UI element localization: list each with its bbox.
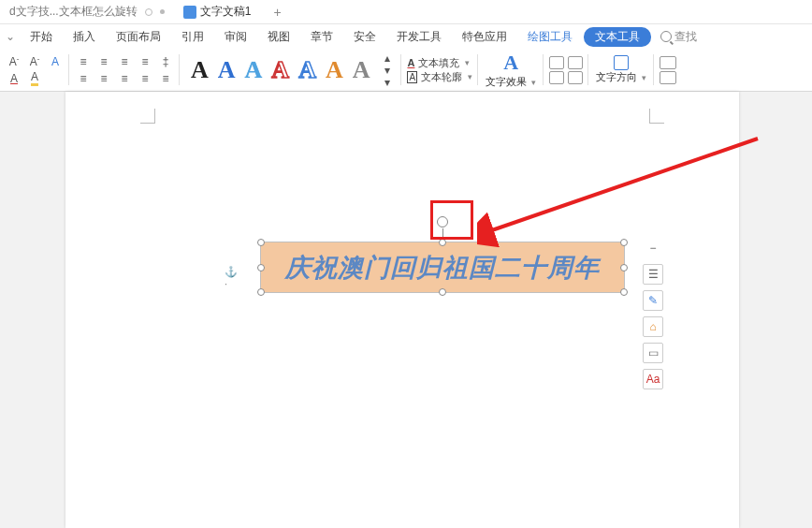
doc-tab-1[interactable]: d文字技...文本框怎么旋转 [0,0,174,23]
svg-line-0 [486,139,758,232]
font-size-group: Aˆ Aˇ A A A [0,49,69,91]
columns-button[interactable] [660,71,676,84]
wordart-preset-6[interactable]: A [326,56,343,84]
align-distrib-button[interactable]: ≡ [157,70,174,87]
fill-button[interactable]: ⌂ [643,316,663,337]
wps-doc-icon [183,6,196,19]
bullet-list-button[interactable]: ≡ [75,53,92,70]
text-effect-icon: A [503,51,518,75]
search-placeholder: 查找 [674,29,697,45]
text-direction-button[interactable]: 文字方向 ▾ [596,55,646,84]
indent-dec-button[interactable]: ≡ [116,53,133,70]
resize-handle-bm[interactable] [439,288,446,296]
wordart-preset-5[interactable]: A [298,56,316,84]
wrap-button[interactable] [568,71,583,84]
wordart-more[interactable]: ▾ [379,77,396,88]
menu-review[interactable]: 审阅 [215,26,256,48]
wordart-preset-4[interactable]: A [271,56,289,84]
align-right-button[interactable]: ≡ [116,70,133,87]
wordart-preset-7[interactable]: A [353,56,370,84]
anchor-icon: ⚓ · [225,266,238,279]
expand-menu-icon[interactable]: ⌄ [2,30,19,43]
align-top-button[interactable] [549,56,564,69]
indent-inc-button[interactable]: ≡ [137,53,153,70]
resize-handle-tm[interactable] [439,239,446,246]
align-middle-button[interactable] [549,71,564,84]
ribbon-toolbar: Aˆ Aˇ A A A ≡ ≡ ≡ ≡ ‡ ≡ ≡ ≡ ≡ ≡ A A A [0,49,812,92]
text-direction-label: 文字方向 ▾ [596,70,646,84]
edit-button[interactable]: ✎ [643,290,663,311]
text-fill-group: A 文本填充 ▾ A 文本轮廓 ▾ [401,49,478,91]
menu-special[interactable]: 特色应用 [453,26,516,48]
menu-start[interactable]: 开始 [21,26,62,48]
annotation-arrow [477,129,776,251]
tab-close-icon[interactable] [145,8,152,16]
tab-pin-icon [160,9,165,14]
search-box[interactable]: 查找 [660,29,697,45]
menu-view[interactable]: 视图 [258,26,299,48]
link-button[interactable] [660,56,676,69]
menu-layout[interactable]: 页面布局 [107,26,170,48]
menu-reference[interactable]: 引用 [172,26,213,48]
menu-text-tool[interactable]: 文本工具 [584,27,651,47]
text-outline-label: 文本轮廓 [421,70,462,84]
annotation-highlight-box [430,200,473,240]
resize-handle-tl[interactable] [257,239,265,246]
menu-draw-tool[interactable]: 绘图工具 [518,26,582,48]
resize-handle-bl[interactable] [257,288,265,296]
align-left-button[interactable]: ≡ [75,70,92,87]
align-center-button[interactable]: ≡ [95,70,112,87]
menu-bar: ⌄ 开始 插入 页面布局 引用 审阅 视图 章节 安全 开发工具 特色应用 绘图… [0,24,812,49]
text-fill-label: 文本填充 [418,56,459,70]
search-icon [660,31,672,42]
page-margin-corner-tl [140,109,155,124]
doc-tab-2-label: 文字文稿1 [200,4,252,20]
shape-button[interactable]: ▭ [643,343,663,363]
chevron-down-icon: ▾ [468,72,472,81]
menu-section[interactable]: 章节 [301,26,342,48]
resize-handle-br[interactable] [620,288,628,296]
page-margin-corner-tr [649,109,664,124]
wordart-scroll-up[interactable]: ▴ [379,52,396,64]
menu-insert[interactable]: 插入 [64,26,105,48]
font-decrease-button[interactable]: Aˇ [26,53,43,70]
text-direction-icon [614,55,629,70]
resize-handle-mr[interactable] [620,264,628,271]
document-tabs: d文字技...文本框怎么旋转 文字文稿1 + [0,0,812,24]
textbox-text[interactable]: 庆祝澳门回归祖国二十周年 [285,251,600,285]
text-fill-button[interactable]: A 文本填充 ▾ [407,56,472,70]
wordart-preset-2[interactable]: A [218,56,236,84]
wordart-style-group: A A A A A A A ▴ ▾ ▾ [180,49,401,91]
highlight-button[interactable]: A [26,70,43,87]
align-justify-button[interactable]: ≡ [137,70,153,87]
wordart-scroll-down[interactable]: ▾ [379,65,396,76]
line-spacing-button[interactable]: ‡ [157,53,174,70]
wordart-preset-3[interactable]: A [245,56,263,84]
text-effect-button[interactable]: A 文字效果 ▾ [486,51,536,89]
chevron-down-icon: ▾ [465,58,470,67]
resize-handle-ml[interactable] [257,264,265,271]
font-increase-button[interactable]: Aˆ [6,53,22,70]
wordart-preset-1[interactable]: A [191,56,209,84]
font-color-button[interactable]: A [6,70,22,87]
document-canvas[interactable]: ⚓ · 庆祝澳门回归祖国二十周年 − ☰ ✎ ⌂ ▭ Aa [0,92,812,528]
margin-button[interactable] [568,56,583,69]
doc-tab-1-label: d文字技...文本框怎么旋转 [9,4,138,20]
misc-group [654,49,682,91]
text-outline-button[interactable]: A 文本轮廓 ▾ [407,70,472,84]
contextual-tool-panel: − ☰ ✎ ⌂ ▭ Aa [643,238,663,389]
layout-options-button[interactable]: ☰ [643,264,663,285]
text-align-group [544,49,588,91]
text-effect-label: 文字效果 ▾ [486,75,536,89]
menu-security[interactable]: 安全 [344,26,385,48]
page[interactable]: ⚓ · 庆祝澳门回归祖国二十周年 − ☰ ✎ ⌂ ▭ Aa [65,92,739,528]
font-panel-button[interactable]: Aa [643,369,663,389]
menu-dev[interactable]: 开发工具 [387,26,451,48]
text-direction-group: 文字方向 ▾ [588,49,654,91]
number-list-button[interactable]: ≡ [95,53,112,70]
paragraph-group: ≡ ≡ ≡ ≡ ‡ ≡ ≡ ≡ ≡ ≡ [69,49,180,91]
font-clear-button[interactable]: A [47,53,64,70]
doc-tab-2[interactable]: 文字文稿1 [174,0,261,23]
text-effect-group: A 文字效果 ▾ [478,49,544,91]
add-tab-button[interactable]: + [260,5,294,20]
